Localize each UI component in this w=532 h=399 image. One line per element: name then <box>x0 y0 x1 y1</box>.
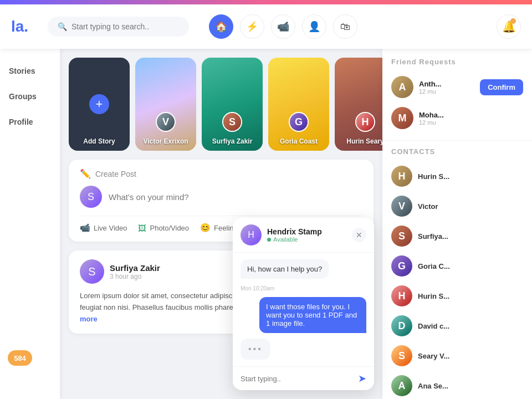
live-video-icon: 📹 <box>80 223 90 233</box>
contact-hurin-s2-avatar: H <box>391 285 412 306</box>
contact-ana-avatar: A <box>391 375 412 396</box>
contact-david[interactable]: D David c... <box>391 311 523 341</box>
fr-moha-time: 12 mu <box>419 119 523 126</box>
contact-ana-name: Ana Se... <box>418 382 523 390</box>
create-post-label: Create Post <box>95 170 136 178</box>
friend-requests-title: Friend Requests <box>391 58 523 66</box>
contact-surfiya-avatar: S <box>391 226 412 247</box>
fr-moha-avatar: M <box>391 107 413 129</box>
story-surfiya-label: Surfiya Zakir <box>202 137 263 145</box>
fr-anth-avatar: A <box>391 76 413 98</box>
sidebar-badge[interactable]: 584 <box>8 350 32 366</box>
fr-anth-info: Anth... 12 mu <box>419 80 474 95</box>
message-outgoing-1: I want those files for you. I want you t… <box>259 297 366 333</box>
stories-row: + Add Story V Victor Exrixon S Surfiya Z… <box>69 58 374 151</box>
post-input[interactable] <box>109 192 362 202</box>
app-logo: la. <box>11 18 39 35</box>
chat-popup: H Hendrix Stamp Available ✕ Hi, how can … <box>233 218 374 390</box>
chat-header: H Hendrix Stamp Available ✕ <box>233 218 374 253</box>
story-add[interactable]: + Add Story <box>69 58 130 151</box>
fr-anth-name: Anth... <box>419 80 474 88</box>
story-hurin-label: Hurin Seary <box>335 137 382 145</box>
nav-home[interactable]: 🏠 <box>209 14 233 39</box>
nav-bag[interactable]: 🛍 <box>333 14 357 39</box>
story-victor[interactable]: V Victor Exrixon <box>135 58 196 151</box>
contact-goria[interactable]: G Goria C... <box>391 251 523 281</box>
chat-user-name: Hendrix Stamp <box>267 227 346 236</box>
story-hurin[interactable]: H Hurin Seary <box>335 58 382 151</box>
add-story-label: Add Story <box>69 137 130 145</box>
live-video-button[interactable]: 📹 Live Video <box>80 223 127 233</box>
friend-request-moha: M Moha... 12 mu <box>391 103 523 134</box>
chat-status-label: Available <box>273 236 298 243</box>
post-user-avatar: S <box>80 186 102 208</box>
contact-hurin-s-avatar: H <box>391 166 412 187</box>
chat-messages: Hi, how can I help you? Mon 10:20am I wa… <box>233 253 374 366</box>
message-incoming-1: Hi, how can I help you? <box>241 259 329 279</box>
header: la. 🔍 🏠 ⚡ 📹 👤 🛍 🔔 <box>0 4 532 49</box>
sidebar-item-groups[interactable]: Groups <box>0 85 60 108</box>
confirm-button[interactable]: Confirm <box>480 79 523 95</box>
photo-video-icon: 🖼 <box>138 223 146 233</box>
post-author-avatar: S <box>80 259 104 284</box>
create-post-input-row: S <box>80 186 362 208</box>
friend-requests-section: Friend Requests A Anth... 12 mu Confirm … <box>382 58 532 141</box>
contact-surfiya-name: Surfiya... <box>418 232 523 241</box>
search-input[interactable] <box>71 22 179 31</box>
contact-seary[interactable]: S Seary V... <box>391 341 523 371</box>
notification-dot <box>510 18 516 24</box>
contact-hurin-s2[interactable]: H Hurin S... <box>391 281 523 311</box>
contact-victor-avatar: V <box>391 196 412 217</box>
contacts-title: CONTACTS <box>391 147 523 156</box>
sidebar-item-profile[interactable]: Profile <box>0 111 60 133</box>
top-gradient-bar <box>0 0 532 4</box>
nav-icons: 🏠 ⚡ 📹 👤 🛍 <box>209 14 357 39</box>
feeling-icon: 😊 <box>200 223 211 233</box>
right-sidebar: Friend Requests A Anth... 12 mu Confirm … <box>382 49 532 399</box>
fr-anth-time: 12 mu <box>419 88 474 95</box>
message-timestamp: Mon 10:20am <box>241 285 274 291</box>
message-typing-dots: ••• <box>241 339 270 360</box>
fr-moha-info: Moha... 12 mu <box>419 111 523 126</box>
contact-hurin-s[interactable]: H Hurin S... <box>391 161 523 191</box>
story-surfiya[interactable]: S Surfiya Zakir <box>202 58 263 151</box>
story-victor-avatar: V <box>156 112 176 132</box>
friend-request-anth: A Anth... 12 mu Confirm <box>391 71 523 103</box>
chat-send-button[interactable]: ➤ <box>358 372 366 385</box>
create-post-header: ✏️ Create Post <box>80 168 362 179</box>
contact-david-name: David c... <box>418 322 523 330</box>
story-surfiya-avatar: S <box>222 112 242 132</box>
story-goria-label: Goria Coast <box>268 137 329 145</box>
sidebar-item-stories[interactable]: Stories <box>0 60 60 82</box>
contact-victor[interactable]: V Victor <box>391 191 523 221</box>
contact-surfiya[interactable]: S Surfiya... <box>391 221 523 251</box>
chat-user-avatar: H <box>241 224 262 245</box>
chat-status: Available <box>267 236 346 243</box>
nav-video[interactable]: 📹 <box>271 14 295 39</box>
contact-hurin-s2-name: Hurin S... <box>418 292 523 300</box>
chat-input[interactable] <box>241 375 354 383</box>
search-icon: 🔍 <box>58 22 67 31</box>
story-victor-label: Victor Exrixon <box>135 137 196 145</box>
story-goria-avatar: G <box>289 112 309 132</box>
contact-seary-name: Seary V... <box>418 352 523 360</box>
photo-video-button[interactable]: 🖼 Photo/Video <box>138 223 189 233</box>
sidebar: Stories Groups Profile 584 <box>0 49 60 399</box>
story-goria[interactable]: G Goria Coast <box>268 58 329 151</box>
live-video-label: Live Video <box>94 224 127 232</box>
contact-ana[interactable]: A Ana Se... <box>391 371 523 399</box>
search-bar[interactable]: 🔍 <box>48 17 189 37</box>
add-story-button[interactable]: + <box>89 94 109 114</box>
photo-video-label: Photo/Video <box>150 224 189 232</box>
contact-goria-name: Goria C... <box>418 262 523 270</box>
contacts-section: CONTACTS H Hurin S... V Victor S Surfiya… <box>382 141 532 399</box>
contact-seary-avatar: S <box>391 345 412 366</box>
status-online-dot <box>267 238 271 242</box>
nav-lightning[interactable]: ⚡ <box>240 14 264 39</box>
nav-user[interactable]: 👤 <box>302 14 326 39</box>
contact-goria-avatar: G <box>391 255 412 277</box>
contact-hurin-s-name: Hurin S... <box>418 172 523 181</box>
edit-icon: ✏️ <box>80 168 91 179</box>
chat-close-button[interactable]: ✕ <box>352 228 366 242</box>
notification-bell[interactable]: 🔔 <box>497 14 521 39</box>
